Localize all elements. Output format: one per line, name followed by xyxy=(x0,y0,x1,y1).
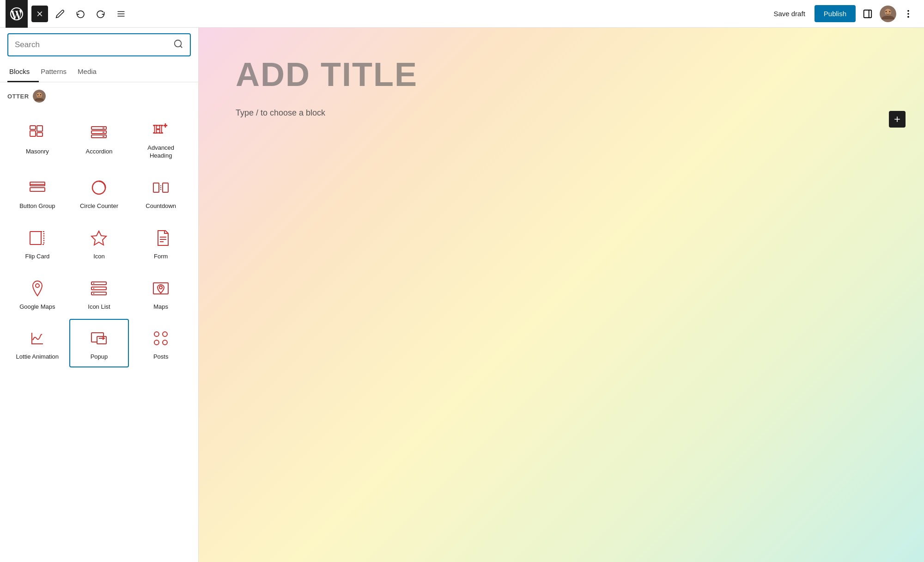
tab-media[interactable]: Media xyxy=(76,62,106,82)
svg-point-55 xyxy=(154,340,159,345)
blocks-grid-inner: Masonry Accordion xyxy=(7,110,191,367)
flip-card-icon xyxy=(26,227,49,249)
svg-point-56 xyxy=(163,340,167,345)
icon-block-icon xyxy=(88,227,110,249)
svg-line-10 xyxy=(180,46,182,48)
undo-button[interactable] xyxy=(72,6,89,22)
plus-icon xyxy=(893,115,902,124)
editor-title[interactable]: ADD TITLE xyxy=(236,55,418,93)
svg-text:+: + xyxy=(164,122,167,129)
posts-icon xyxy=(150,327,172,349)
block-item-icon[interactable]: Icon xyxy=(69,219,129,267)
svg-rect-16 xyxy=(30,131,36,136)
block-item-popup[interactable]: Popup xyxy=(69,319,129,367)
circle-counter-label: Circle Counter xyxy=(80,202,118,210)
otter-avatar-icon xyxy=(33,90,46,103)
list-view-button[interactable] xyxy=(113,6,129,22)
maps-icon xyxy=(150,277,172,299)
more-options-button[interactable] xyxy=(900,6,917,22)
block-item-accordion[interactable]: Accordion xyxy=(69,110,129,166)
block-item-masonry[interactable]: Masonry xyxy=(7,110,67,166)
form-label: Form xyxy=(154,253,168,261)
google-maps-icon xyxy=(26,277,49,299)
svg-point-7 xyxy=(907,13,909,15)
tab-blocks[interactable]: Blocks xyxy=(7,62,39,82)
block-item-countdown[interactable]: Countdown xyxy=(131,168,191,217)
topbar-left xyxy=(0,0,199,28)
svg-point-53 xyxy=(154,332,159,336)
main-layout: Blocks Patterns Media OTTER xyxy=(0,28,924,562)
block-item-form[interactable]: Form xyxy=(131,219,191,267)
close-icon xyxy=(36,10,44,18)
search-area xyxy=(0,28,198,62)
svg-rect-17 xyxy=(37,126,43,131)
save-draft-button[interactable]: Save draft xyxy=(768,6,810,21)
close-button[interactable] xyxy=(31,6,48,22)
svg-point-13 xyxy=(37,94,38,95)
popup-label: Popup xyxy=(91,353,108,361)
lottie-animation-label: Lottie Animation xyxy=(16,353,59,361)
svg-marker-37 xyxy=(91,231,106,245)
svg-point-54 xyxy=(163,332,167,336)
block-item-google-maps[interactable]: Google Maps xyxy=(7,269,67,318)
topbar: Save draft Publish xyxy=(0,0,924,28)
block-item-icon-list[interactable]: Icon List xyxy=(69,269,129,318)
svg-rect-51 xyxy=(97,336,106,344)
block-item-circle-counter[interactable]: Circle Counter xyxy=(69,168,129,217)
svg-text:H: H xyxy=(153,122,163,136)
svg-point-9 xyxy=(175,40,182,47)
masonry-icon xyxy=(26,122,49,144)
redo-button[interactable] xyxy=(92,6,109,22)
icon-list-label: Icon List xyxy=(88,303,110,311)
wp-logo-icon xyxy=(10,7,23,20)
editor-area[interactable]: ADD TITLE Type / to choose a block xyxy=(199,28,924,562)
svg-point-14 xyxy=(40,94,41,95)
block-item-flip-card[interactable]: Flip Card xyxy=(7,219,67,267)
block-item-lottie-animation[interactable]: Lottie Animation xyxy=(7,319,67,367)
list-icon xyxy=(116,9,126,18)
tabs-bar: Blocks Patterns Media xyxy=(0,62,198,82)
svg-rect-36 xyxy=(30,232,41,244)
lottie-animation-icon xyxy=(26,327,49,349)
svg-point-4 xyxy=(886,11,887,12)
circle-counter-icon xyxy=(88,177,110,199)
undo-icon xyxy=(76,9,85,18)
add-block-button[interactable] xyxy=(889,111,906,128)
category-header: OTTER xyxy=(0,82,198,106)
svg-rect-18 xyxy=(37,133,43,136)
blocks-grid: Masonry Accordion xyxy=(0,106,198,562)
wp-logo xyxy=(6,0,28,28)
svg-rect-15 xyxy=(30,126,36,129)
accordion-label: Accordion xyxy=(86,148,113,156)
layout-icon xyxy=(863,9,873,19)
search-icon xyxy=(173,39,183,51)
pen-tool-button[interactable] xyxy=(52,6,68,22)
tab-patterns[interactable]: Patterns xyxy=(39,62,76,82)
masonry-label: Masonry xyxy=(26,148,49,156)
block-item-advanced-heading[interactable]: H + Advanced Heading xyxy=(131,110,191,166)
ellipsis-vertical-icon xyxy=(903,9,913,19)
search-box xyxy=(7,33,191,56)
editor-placeholder[interactable]: Type / to choose a block xyxy=(236,108,325,118)
flip-card-label: Flip Card xyxy=(25,253,49,261)
layout-toggle-button[interactable] xyxy=(859,6,876,22)
maps-label: Maps xyxy=(153,303,168,311)
search-input[interactable] xyxy=(15,40,169,49)
publish-button[interactable]: Publish xyxy=(815,5,856,22)
svg-point-6 xyxy=(907,10,909,12)
svg-point-5 xyxy=(889,11,891,12)
user-avatar[interactable] xyxy=(880,6,896,22)
popup-icon xyxy=(88,327,110,349)
button-group-label: Button Group xyxy=(19,202,55,210)
form-icon xyxy=(150,227,172,249)
block-item-button-group[interactable]: Button Group xyxy=(7,168,67,217)
topbar-right: Save draft Publish xyxy=(768,5,924,22)
posts-label: Posts xyxy=(153,353,169,361)
svg-rect-0 xyxy=(864,10,872,18)
countdown-icon xyxy=(150,177,172,199)
pen-icon xyxy=(55,9,65,18)
block-item-posts[interactable]: Posts xyxy=(131,319,191,367)
block-item-maps[interactable]: Maps xyxy=(131,269,191,318)
svg-point-49 xyxy=(159,286,162,289)
icon-list-icon xyxy=(88,277,110,299)
